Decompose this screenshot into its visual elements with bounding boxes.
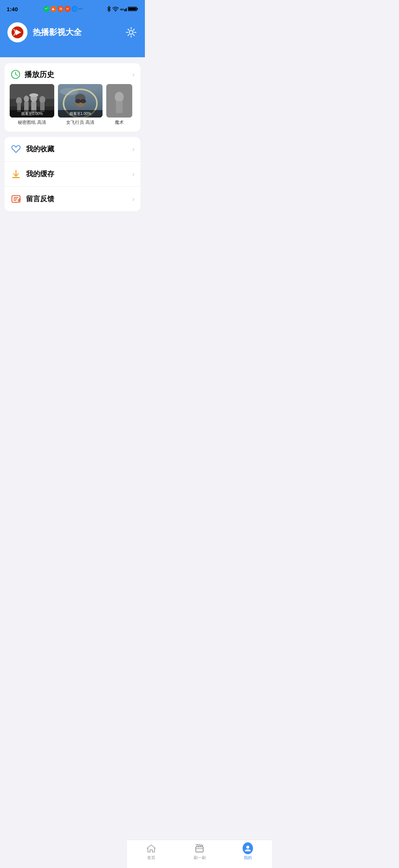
svg-rect-11 xyxy=(137,8,138,10)
svg-point-3 xyxy=(46,9,47,9)
svg-point-44 xyxy=(75,99,81,103)
video-progress-2: 观看至1.00% xyxy=(58,110,103,118)
battery-icon xyxy=(128,6,138,12)
status-time: 1:40 xyxy=(7,6,18,12)
svg-rect-50 xyxy=(12,177,20,178)
history-section-header[interactable]: 播放历史 › xyxy=(4,63,140,84)
svg-point-40 xyxy=(82,86,97,91)
svg-point-48 xyxy=(115,92,124,102)
history-chevron: › xyxy=(132,71,134,78)
svg-rect-9 xyxy=(126,8,127,11)
favorites-chevron: › xyxy=(132,145,134,153)
clock-icon xyxy=(10,69,21,80)
svg-point-5 xyxy=(48,8,49,9)
cache-left: 我的缓存 xyxy=(10,168,54,180)
svg-point-2 xyxy=(45,9,46,9)
svg-point-31 xyxy=(24,96,29,102)
feedback-label: 留言反馈 xyxy=(26,194,54,204)
svg-rect-12 xyxy=(128,8,136,10)
feedback-icon xyxy=(10,193,22,205)
feedback-item[interactable]: 留言反馈 › xyxy=(4,187,140,211)
header-left: 热播影视大全 xyxy=(7,22,82,42)
svg-line-58 xyxy=(18,201,19,201)
svg-rect-49 xyxy=(116,101,123,113)
signal-icon: 4G xyxy=(120,6,127,12)
svg-line-25 xyxy=(16,74,17,75)
svg-point-37 xyxy=(29,93,38,97)
feedback-chevron: › xyxy=(132,195,134,203)
feedback-left: 留言反馈 xyxy=(10,193,54,205)
favorites-label: 我的收藏 xyxy=(26,144,54,154)
video-thumb-1: 观看至0.00% xyxy=(10,84,54,118)
video-thumb-2: 观看至1.00% xyxy=(58,84,103,118)
cache-chevron: › xyxy=(132,170,134,178)
menu-card: 我的收藏 › 我的缓存 › xyxy=(4,137,140,211)
status-bar: 1:40 ▶ 淘 R 🌐 ··· 4G xyxy=(0,0,145,16)
bluetooth-icon xyxy=(107,6,111,12)
svg-line-22 xyxy=(128,35,129,36)
video-title-3: 魔术 xyxy=(106,119,132,126)
video-thumb-3 xyxy=(106,84,132,118)
video-item-3[interactable]: 魔术 xyxy=(106,84,132,126)
status-right-icons: 4G xyxy=(107,6,138,12)
favorites-item[interactable]: 我的收藏 › xyxy=(4,137,140,162)
settings-icon[interactable] xyxy=(125,26,137,39)
download-icon xyxy=(10,168,22,180)
video-item-1[interactable]: 观看至0.00% 秘密图纸 高清 xyxy=(10,84,54,126)
history-header-left: 播放历史 xyxy=(10,69,54,80)
play-history-card: 播放历史 › xyxy=(4,63,140,132)
svg-text:4G: 4G xyxy=(120,8,124,12)
app-logo xyxy=(7,22,27,42)
youku-icon: ▶ xyxy=(51,6,56,12)
app-header: 热播影视大全 xyxy=(0,16,145,57)
wechat-icon xyxy=(43,6,49,12)
svg-line-21 xyxy=(133,29,134,30)
cache-label: 我的缓存 xyxy=(26,169,54,179)
svg-line-19 xyxy=(128,29,129,30)
video-progress-1: 观看至0.00% xyxy=(10,110,54,118)
notification-icons: ▶ 淘 R 🌐 ··· xyxy=(43,6,82,12)
app-title: 热播影视大全 xyxy=(33,27,82,38)
svg-rect-8 xyxy=(124,9,126,11)
video-title-2: 女飞行员 高清 xyxy=(58,119,103,126)
svg-point-4 xyxy=(47,8,48,9)
video-title-1: 秘密图纸 高清 xyxy=(10,119,54,126)
video-history-list: 观看至0.00% 秘密图纸 高清 xyxy=(4,84,140,132)
wifi-icon xyxy=(112,6,119,12)
browser-icon: 🌐 xyxy=(72,6,78,12)
svg-point-14 xyxy=(129,30,133,34)
svg-point-45 xyxy=(81,99,86,103)
svg-point-6 xyxy=(115,11,116,12)
svg-line-20 xyxy=(133,35,134,36)
video-item-2[interactable]: 观看至1.00% 女飞行员 高清 xyxy=(58,84,103,126)
main-content: 播放历史 › xyxy=(0,57,145,222)
favorites-left: 我的收藏 xyxy=(10,144,54,155)
more-apps-icon: ··· xyxy=(79,6,82,12)
history-title: 播放历史 xyxy=(25,70,54,80)
svg-point-35 xyxy=(39,96,45,103)
svg-point-39 xyxy=(60,88,78,95)
heart-icon xyxy=(10,144,22,155)
reddit-icon: R xyxy=(65,6,71,12)
cache-item[interactable]: 我的缓存 › xyxy=(4,162,140,187)
taobao-icon: 淘 xyxy=(58,6,64,12)
